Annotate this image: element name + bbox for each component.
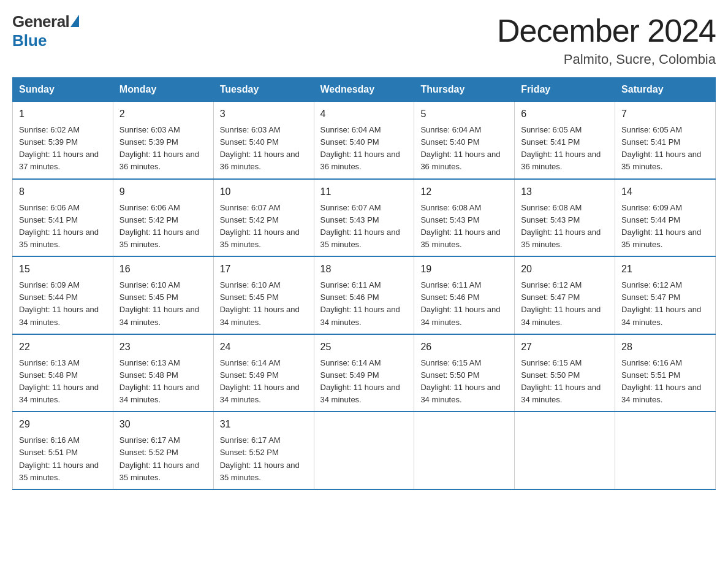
day-number: 23	[119, 340, 207, 354]
calendar-cell	[615, 412, 716, 489]
calendar-cell: 23Sunrise: 6:13 AMSunset: 5:48 PMDayligh…	[113, 334, 213, 412]
day-number: 12	[420, 185, 508, 199]
calendar-cell: 24Sunrise: 6:14 AMSunset: 5:49 PMDayligh…	[213, 334, 314, 412]
calendar-cell: 12Sunrise: 6:08 AMSunset: 5:43 PMDayligh…	[414, 179, 515, 257]
calendar-cell: 28Sunrise: 6:16 AMSunset: 5:51 PMDayligh…	[615, 334, 716, 412]
day-info: Sunrise: 6:07 AMSunset: 5:42 PMDaylight:…	[220, 203, 300, 249]
day-number: 31	[220, 417, 308, 432]
day-info: Sunrise: 6:09 AMSunset: 5:44 PMDaylight:…	[19, 280, 99, 326]
calendar-cell: 20Sunrise: 6:12 AMSunset: 5:47 PMDayligh…	[515, 256, 615, 334]
day-info: Sunrise: 6:05 AMSunset: 5:41 PMDaylight:…	[521, 125, 601, 171]
day-number: 2	[119, 107, 207, 121]
day-info: Sunrise: 6:05 AMSunset: 5:41 PMDaylight:…	[621, 125, 701, 171]
day-number: 17	[220, 262, 308, 277]
calendar-week-row: 1Sunrise: 6:02 AMSunset: 5:39 PMDaylight…	[13, 102, 716, 179]
calendar-cell: 13Sunrise: 6:08 AMSunset: 5:43 PMDayligh…	[515, 179, 615, 257]
header-saturday: Saturday	[615, 78, 716, 102]
title-section: December 2024 Palmito, Sucre, Colombia	[497, 12, 716, 67]
day-number: 10	[220, 185, 308, 199]
calendar-cell: 22Sunrise: 6:13 AMSunset: 5:48 PMDayligh…	[13, 334, 113, 412]
month-title: December 2024	[497, 12, 716, 49]
day-info: Sunrise: 6:14 AMSunset: 5:49 PMDaylight:…	[320, 358, 400, 404]
day-info: Sunrise: 6:12 AMSunset: 5:47 PMDaylight:…	[621, 280, 701, 326]
calendar-cell: 17Sunrise: 6:10 AMSunset: 5:45 PMDayligh…	[213, 256, 314, 334]
day-info: Sunrise: 6:12 AMSunset: 5:47 PMDaylight:…	[521, 280, 601, 326]
day-number: 20	[521, 262, 609, 277]
calendar-cell: 26Sunrise: 6:15 AMSunset: 5:50 PMDayligh…	[414, 334, 515, 412]
day-number: 14	[621, 185, 709, 199]
calendar-cell	[515, 412, 615, 489]
day-info: Sunrise: 6:17 AMSunset: 5:52 PMDaylight:…	[119, 435, 199, 481]
calendar-cell: 2Sunrise: 6:03 AMSunset: 5:39 PMDaylight…	[113, 102, 213, 179]
day-number: 9	[119, 185, 207, 199]
calendar-cell: 1Sunrise: 6:02 AMSunset: 5:39 PMDaylight…	[13, 102, 113, 179]
calendar-cell: 25Sunrise: 6:14 AMSunset: 5:49 PMDayligh…	[314, 334, 414, 412]
calendar-week-row: 8Sunrise: 6:06 AMSunset: 5:41 PMDaylight…	[13, 179, 716, 257]
calendar-header-row: SundayMondayTuesdayWednesdayThursdayFrid…	[13, 78, 716, 102]
day-number: 18	[320, 262, 408, 277]
calendar-cell: 29Sunrise: 6:16 AMSunset: 5:51 PMDayligh…	[13, 412, 113, 489]
day-number: 30	[119, 417, 207, 432]
header-thursday: Thursday	[414, 78, 515, 102]
calendar-cell: 8Sunrise: 6:06 AMSunset: 5:41 PMDaylight…	[13, 179, 113, 257]
day-number: 28	[621, 340, 709, 354]
day-number: 24	[220, 340, 308, 354]
day-number: 1	[19, 107, 107, 121]
header-wednesday: Wednesday	[314, 78, 414, 102]
day-number: 29	[19, 417, 107, 432]
calendar-cell: 27Sunrise: 6:15 AMSunset: 5:50 PMDayligh…	[515, 334, 615, 412]
day-number: 16	[119, 262, 207, 277]
day-number: 19	[420, 262, 508, 277]
day-info: Sunrise: 6:10 AMSunset: 5:45 PMDaylight:…	[119, 280, 199, 326]
day-number: 4	[320, 107, 408, 121]
day-info: Sunrise: 6:08 AMSunset: 5:43 PMDaylight:…	[420, 203, 500, 249]
calendar-cell: 19Sunrise: 6:11 AMSunset: 5:46 PMDayligh…	[414, 256, 515, 334]
calendar-cell: 14Sunrise: 6:09 AMSunset: 5:44 PMDayligh…	[615, 179, 716, 257]
header-monday: Monday	[113, 78, 213, 102]
day-info: Sunrise: 6:11 AMSunset: 5:46 PMDaylight:…	[420, 280, 500, 326]
day-number: 25	[320, 340, 408, 354]
calendar-cell: 31Sunrise: 6:17 AMSunset: 5:52 PMDayligh…	[213, 412, 314, 489]
day-info: Sunrise: 6:04 AMSunset: 5:40 PMDaylight:…	[320, 125, 400, 171]
day-number: 27	[521, 340, 609, 354]
day-number: 5	[420, 107, 508, 121]
day-info: Sunrise: 6:09 AMSunset: 5:44 PMDaylight:…	[621, 203, 701, 249]
day-info: Sunrise: 6:06 AMSunset: 5:42 PMDaylight:…	[119, 203, 199, 249]
header-friday: Friday	[515, 78, 615, 102]
calendar-cell: 18Sunrise: 6:11 AMSunset: 5:46 PMDayligh…	[314, 256, 414, 334]
calendar-cell: 16Sunrise: 6:10 AMSunset: 5:45 PMDayligh…	[113, 256, 213, 334]
day-info: Sunrise: 6:11 AMSunset: 5:46 PMDaylight:…	[320, 280, 400, 326]
day-number: 11	[320, 185, 408, 199]
calendar-cell: 5Sunrise: 6:04 AMSunset: 5:40 PMDaylight…	[414, 102, 515, 179]
calendar-cell: 30Sunrise: 6:17 AMSunset: 5:52 PMDayligh…	[113, 412, 213, 489]
day-info: Sunrise: 6:15 AMSunset: 5:50 PMDaylight:…	[420, 358, 500, 404]
calendar-week-row: 15Sunrise: 6:09 AMSunset: 5:44 PMDayligh…	[13, 256, 716, 334]
day-info: Sunrise: 6:07 AMSunset: 5:43 PMDaylight:…	[320, 203, 400, 249]
day-number: 3	[220, 107, 308, 121]
day-info: Sunrise: 6:16 AMSunset: 5:51 PMDaylight:…	[19, 435, 99, 481]
day-info: Sunrise: 6:16 AMSunset: 5:51 PMDaylight:…	[621, 358, 701, 404]
day-number: 8	[19, 185, 107, 199]
day-number: 21	[621, 262, 709, 277]
calendar-cell: 6Sunrise: 6:05 AMSunset: 5:41 PMDaylight…	[515, 102, 615, 179]
day-info: Sunrise: 6:02 AMSunset: 5:39 PMDaylight:…	[19, 125, 99, 171]
day-number: 13	[521, 185, 609, 199]
day-number: 22	[19, 340, 107, 354]
page-header: General Blue December 2024 Palmito, Sucr…	[12, 12, 716, 67]
calendar-cell: 4Sunrise: 6:04 AMSunset: 5:40 PMDaylight…	[314, 102, 414, 179]
calendar-cell	[314, 412, 414, 489]
day-info: Sunrise: 6:13 AMSunset: 5:48 PMDaylight:…	[119, 358, 199, 404]
day-info: Sunrise: 6:14 AMSunset: 5:49 PMDaylight:…	[220, 358, 300, 404]
day-info: Sunrise: 6:13 AMSunset: 5:48 PMDaylight:…	[19, 358, 99, 404]
day-info: Sunrise: 6:17 AMSunset: 5:52 PMDaylight:…	[220, 435, 300, 481]
calendar-cell: 9Sunrise: 6:06 AMSunset: 5:42 PMDaylight…	[113, 179, 213, 257]
day-info: Sunrise: 6:03 AMSunset: 5:40 PMDaylight:…	[220, 125, 300, 171]
calendar-cell	[414, 412, 515, 489]
logo-triangle-icon	[70, 15, 79, 27]
calendar-cell: 7Sunrise: 6:05 AMSunset: 5:41 PMDaylight…	[615, 102, 716, 179]
day-info: Sunrise: 6:03 AMSunset: 5:39 PMDaylight:…	[119, 125, 199, 171]
day-info: Sunrise: 6:10 AMSunset: 5:45 PMDaylight:…	[220, 280, 300, 326]
calendar-table: SundayMondayTuesdayWednesdayThursdayFrid…	[12, 77, 716, 490]
day-info: Sunrise: 6:15 AMSunset: 5:50 PMDaylight:…	[521, 358, 601, 404]
day-info: Sunrise: 6:08 AMSunset: 5:43 PMDaylight:…	[521, 203, 601, 249]
